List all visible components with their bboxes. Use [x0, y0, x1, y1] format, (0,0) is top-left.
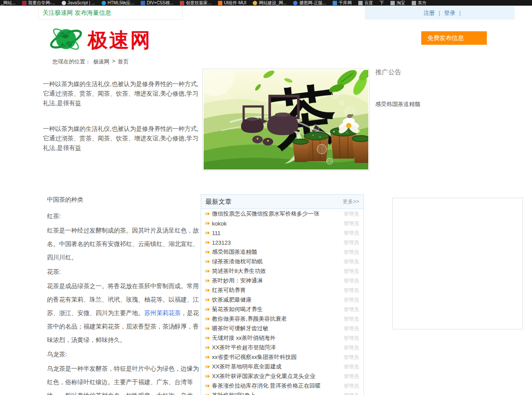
- promo-article-link[interactable]: 感受韩国茶道精髓: [375, 100, 420, 108]
- double-arrow-icon: [205, 336, 211, 340]
- favicon-icon: [22, 1, 26, 5]
- article-link[interactable]: XX茶叶平价超市登陆菏泽: [212, 344, 276, 352]
- breadcrumb-separator: >: [112, 58, 115, 66]
- double-arrow-icon: [205, 241, 211, 245]
- bookmark-item[interactable]: UI组件·MUI: [218, 0, 247, 6]
- site-logo[interactable]: 极速网: [49, 22, 152, 58]
- article-row: 123123管理员: [201, 238, 363, 247]
- bookmark-item[interactable]: 创意软装家...: [180, 0, 211, 6]
- bookmark-item[interactable]: DIV+CSS模...: [141, 0, 173, 6]
- article-link[interactable]: 教你做美容茶,养颜美容抗衰老: [212, 315, 287, 323]
- article-link[interactable]: XX茶叶基地明年底全面建成: [212, 363, 281, 371]
- article-author: 管理员: [344, 229, 359, 237]
- intro-paragraph: 一种以茶为媒的生活礼仪,也被认为是修身养性的一种方式,它通过沏茶、赏茶、闻茶、饮…: [43, 79, 202, 108]
- article-row: XX茶叶获评国家农业产业化重点龙头企业管理员: [201, 372, 363, 381]
- bookmark-label: JavaScript | ...: [68, 0, 95, 5]
- article-link[interactable]: 饮茶减肥最健康: [212, 296, 251, 304]
- article-link[interactable]: 微信投票怎么买微信投票水军价格多少一张: [212, 210, 319, 218]
- bookmark-item[interactable]: JavaScript | ...: [62, 0, 95, 5]
- black-tea-paragraph: 红茶是一种经过发酵制成的茶。因其叶片及汤呈红色，故名。中国著名的红茶有安微祁红、…: [47, 224, 203, 264]
- bookmark-item[interactable]: 摄图网-正版...: [293, 0, 326, 6]
- article-link[interactable]: 红茶可助养胃: [212, 286, 246, 294]
- bookmark-label: 下: [380, 0, 384, 6]
- login-strip: 注册 | 登录 |: [365, 6, 515, 20]
- article-link[interactable]: 茶叶妙用：安神通淋: [212, 277, 263, 285]
- breadcrumb-prefix: 您现在的位置：: [53, 58, 91, 66]
- article-row: 茶叶也能"穿"身上管理员: [201, 391, 363, 395]
- article-row: kokok管理员: [201, 219, 363, 228]
- site-name: 极速网: [88, 30, 152, 50]
- bookmark-item[interactable]: 网站建设_网...: [253, 0, 287, 6]
- article-author: 管理员: [344, 382, 359, 390]
- article-row: xx省委书记视察xx集团茶叶科技园管理员: [201, 352, 363, 362]
- article-row: 教你做美容茶,养颜美容抗衰老管理员: [201, 314, 363, 324]
- double-arrow-icon: [205, 260, 211, 264]
- article-link[interactable]: 感受韩国茶道精髓: [212, 248, 257, 256]
- article-row: 微信投票怎么买微信投票水军价格多少一张管理员: [201, 209, 363, 219]
- article-row: 简述茶叶8大养生功效管理员: [201, 266, 363, 276]
- article-row: 无缝对接 xx茶叶俏销海外管理员: [201, 333, 363, 343]
- breadcrumb-site-link[interactable]: 极速网: [93, 58, 110, 66]
- article-link[interactable]: 无缝对接 xx茶叶俏销海外: [212, 334, 276, 342]
- article-link[interactable]: 茶叶也能"穿"身上: [212, 392, 255, 395]
- register-link[interactable]: 注册: [423, 9, 435, 17]
- article-author: 管理员: [344, 325, 359, 332]
- double-arrow-icon: [205, 250, 211, 254]
- bookmark-item[interactable]: _网站...: [1, 0, 16, 6]
- article-link[interactable]: 春茶涨价拉动库存消化 普洱茶价格正在回暖: [212, 382, 321, 390]
- article-row: 饮茶减肥最健康管理员: [201, 295, 363, 305]
- bookmark-item[interactable]: HTML5响应...: [102, 0, 134, 6]
- article-link[interactable]: kokok: [212, 220, 227, 227]
- double-arrow-icon: [205, 394, 211, 395]
- article-link[interactable]: XX茶叶获评国家农业产业化重点龙头企业: [212, 372, 315, 380]
- bookmark-label: 百度: [364, 0, 373, 6]
- separator: |: [439, 10, 440, 16]
- double-arrow-icon: [205, 346, 211, 350]
- more-link[interactable]: 更多>>: [343, 198, 359, 206]
- article-author: 管理员: [344, 296, 359, 304]
- bookmark-label: _网站...: [1, 0, 16, 6]
- bookmark-item[interactable]: 淘宝: [390, 0, 405, 6]
- article-author: 管理员: [344, 306, 359, 313]
- article-link[interactable]: xx省委书记视察xx集团茶叶科技园: [212, 353, 297, 361]
- bookmark-label: 创意软装家...: [186, 0, 211, 6]
- bookmark-item[interactable]: 千库网: [333, 0, 352, 6]
- favicon-icon: [333, 1, 337, 5]
- globe-logo-icon: [49, 22, 83, 58]
- favicon-icon: [141, 1, 145, 5]
- bookmark-item[interactable]: 下: [380, 0, 384, 6]
- article-link[interactable]: 嚼茶叶可缓解牙齿过敏: [212, 325, 268, 332]
- article-link[interactable]: 111: [212, 230, 221, 236]
- bookmark-item[interactable]: 我要自学网-...: [22, 0, 55, 6]
- article-author: 管理员: [344, 277, 359, 285]
- article-link[interactable]: 菊花茶如何喝才养生: [212, 305, 263, 313]
- intro-section: 一种以茶为媒的生活礼仪,也被认为是修身养性的一种方式,它通过沏茶、赏茶、闻茶、饮…: [43, 79, 202, 169]
- bookmark-label: DIV+CSS模...: [147, 0, 173, 6]
- double-arrow-icon: [205, 355, 211, 359]
- article-row: 感受韩国茶道精髓管理员: [201, 247, 363, 257]
- favicon-icon: [218, 1, 222, 5]
- double-arrow-icon: [205, 298, 211, 302]
- bookmark-item[interactable]: 东方: [412, 0, 426, 6]
- article-link[interactable]: 绿茶茶渣做枕可助眠: [212, 258, 263, 266]
- double-arrow-icon: [205, 269, 211, 273]
- favicon-icon: [390, 1, 395, 5]
- article-row: 绿茶茶渣做枕可助眠管理员: [201, 257, 363, 266]
- favicon-icon: [102, 1, 106, 5]
- double-arrow-icon: [205, 212, 211, 216]
- login-link[interactable]: 登录: [444, 9, 455, 17]
- bookmark-label: 东方: [418, 0, 426, 6]
- free-post-button[interactable]: 免费发布信息: [421, 31, 487, 45]
- article-row: 茶叶妙用：安神通淋管理员: [201, 276, 363, 285]
- article-link[interactable]: 123123: [212, 239, 231, 246]
- article-author: 管理员: [344, 373, 359, 380]
- article-author: 管理员: [344, 287, 359, 294]
- bookmark-label: 千库网: [339, 0, 352, 6]
- article-row: XX茶叶平价超市登陆菏泽管理员: [201, 343, 363, 352]
- suzhou-jasmine-link[interactable]: 苏州茉莉花茶: [144, 309, 181, 316]
- bookmark-item[interactable]: 百度: [358, 0, 373, 6]
- article-link[interactable]: 简述茶叶8大养生功效: [212, 267, 266, 275]
- breadcrumb-page-link[interactable]: 首页: [118, 58, 129, 66]
- article-author: 管理员: [344, 344, 359, 352]
- double-arrow-icon: [205, 317, 211, 321]
